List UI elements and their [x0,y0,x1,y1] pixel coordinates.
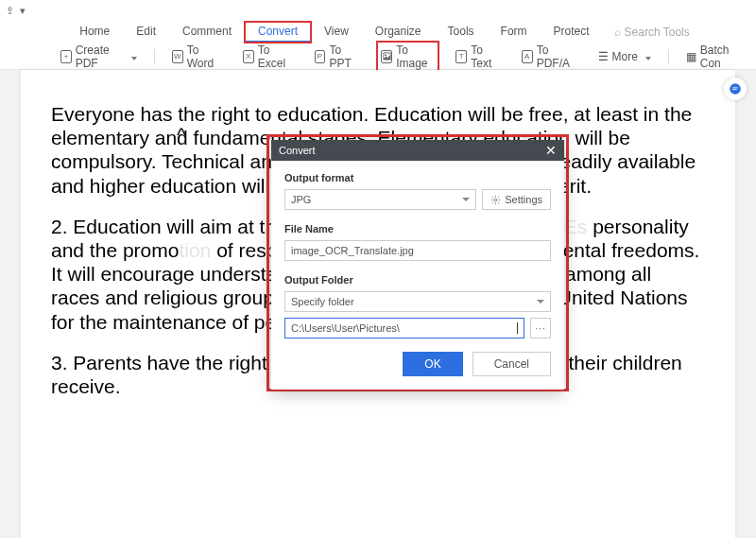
ok-button[interactable]: OK [403,352,462,376]
menu-bar: Home Edit Comment Convert View Organize … [0,21,756,43]
menu-form[interactable]: Form [488,22,541,43]
excel-icon: X [243,50,254,63]
pdfa-icon: A [522,50,533,63]
menu-comment[interactable]: Comment [169,22,245,43]
menu-edit[interactable]: Edit [123,22,169,43]
folder-mode-select[interactable]: Specify folder [284,291,551,312]
menu-tools[interactable]: Tools [435,22,488,43]
more-icon: ☰ [598,50,609,63]
to-ppt-label: To PPT [329,43,360,70]
menu-organize[interactable]: Organize [362,22,435,43]
output-folder-label: Output Folder [284,274,551,286]
settings-button[interactable]: Settings [482,189,551,210]
browse-button[interactable]: ··· [530,318,551,338]
convert-toolbar: ＋ Create PDF W To Word X To Excel P To P… [0,43,756,70]
cancel-button[interactable]: Cancel [472,352,551,376]
create-pdf-label: Create PDF [76,43,124,70]
filename-label: File Name [284,223,551,234]
svg-point-2 [730,83,741,95]
folder-mode-value: Specify folder [291,296,354,307]
svg-point-3 [494,199,497,201]
image-icon [381,50,392,63]
separator [668,49,669,64]
assistant-badge[interactable] [724,78,747,100]
menu-home[interactable]: Home [66,22,123,43]
settings-label: Settings [505,194,542,205]
folder-path-value: C:\Users\User\Pictures\ [291,322,400,334]
search-icon: ⌕ [614,26,621,39]
to-image-button[interactable]: To Image [377,42,438,72]
search-tools[interactable]: ⌕ Search Tools [614,26,690,39]
title-bar: ⇪ ▾ [0,0,756,21]
search-placeholder: Search Tools [625,26,690,39]
to-ppt-button[interactable]: P To PPT [311,42,365,72]
to-text-button[interactable]: T To Text [452,42,504,72]
to-word-label: To Word [187,43,222,70]
chevron-down-icon [642,50,651,63]
folder-path-input[interactable]: C:\Users\User\Pictures\ [284,318,524,338]
chevron-down-icon [128,50,137,63]
text-icon: T [455,50,467,63]
svg-point-1 [385,54,387,56]
more-button[interactable]: ☰ More [594,48,655,65]
to-excel-button[interactable]: X To Excel [239,42,298,72]
more-label: More [612,50,638,63]
plus-icon: ＋ [60,50,72,63]
separator [154,49,155,64]
create-pdf-button[interactable]: ＋ Create PDF [57,42,141,72]
chat-icon [729,82,742,95]
menu-protect[interactable]: Protect [541,22,603,43]
menu-convert[interactable]: Convert [245,22,311,43]
gear-icon [490,195,501,205]
dialog-titlebar: Convert ✕ [271,140,564,161]
to-text-label: To Text [471,43,500,70]
to-pdfa-button[interactable]: A To PDF/A [518,42,581,72]
batch-label: Batch Con [700,43,743,70]
to-pdfa-label: To PDF/A [537,43,577,70]
dropdown-icon[interactable]: ▾ [20,5,26,17]
text-cursor [517,322,518,334]
filename-value: image_OCR_Translate.jpg [291,245,414,256]
share-icon[interactable]: ⇪ [6,5,14,17]
grid-icon: ▦ [686,50,696,63]
word-icon: W [172,50,183,63]
output-format-label: Output format [284,172,551,183]
menu-view[interactable]: View [311,22,362,43]
filename-input[interactable]: image_OCR_Translate.jpg [284,240,551,261]
to-word-button[interactable]: W To Word [168,42,226,72]
ppt-icon: P [315,50,326,63]
output-format-select[interactable]: JPG [284,189,476,210]
output-format-value: JPG [291,194,311,205]
batch-button[interactable]: ▦ Batch Con [682,42,747,72]
close-icon[interactable]: ✕ [545,144,557,157]
convert-dialog: Convert ✕ Output format JPG Settings Fil… [271,140,564,390]
to-image-label: To Image [396,43,435,70]
to-excel-label: To Excel [258,43,294,70]
dialog-title-text: Convert [279,145,316,156]
